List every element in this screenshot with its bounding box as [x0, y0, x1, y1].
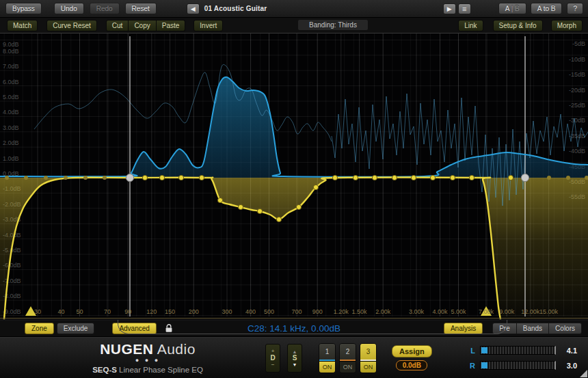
- arrow-down-icon: ▼: [293, 362, 297, 367]
- match-button[interactable]: Match: [7, 20, 38, 31]
- eq-control-point: [430, 175, 435, 180]
- spectrum-axis-label: -40dB: [569, 148, 585, 154]
- freq-axis-label: 1.20k: [334, 308, 349, 315]
- channel-2-button[interactable]: 2 ON: [339, 343, 356, 373]
- setup-info-button[interactable]: Setup & Info: [493, 20, 543, 31]
- eq-control-point: [142, 175, 147, 180]
- freq-axis-label: 150: [165, 308, 175, 315]
- ab-b-label: B: [515, 5, 520, 12]
- freq-axis-label: 9.00k: [499, 308, 515, 315]
- brand-dots: ● ● ●: [48, 357, 248, 364]
- freq-axis-label: 120: [146, 308, 157, 315]
- freq-axis-label: 30: [34, 308, 41, 315]
- reset-button[interactable]: Reset: [125, 3, 157, 14]
- eq-control-point: [217, 198, 222, 202]
- eq-graph[interactable]: 9.0dB8.0dB7.0dB6.0dB5.0dB4.0dB3.0dB2.0dB…: [0, 33, 588, 321]
- freq-axis-label: 3.00k: [409, 308, 425, 315]
- bottom-bar: Zone Exclude Advanced C28: 14.1 kHz, 0.0…: [0, 321, 588, 336]
- copy-button[interactable]: Copy: [129, 20, 156, 31]
- eq-control-point-inactive: [24, 176, 28, 180]
- freq-axis-label: 4.00k: [433, 308, 449, 315]
- eq-control-point: [450, 175, 455, 180]
- banding-selector[interactable]: Banding: Thirds: [298, 20, 368, 30]
- meter-right: R 3.0: [468, 361, 577, 370]
- lock-icon[interactable]: [165, 324, 173, 333]
- eq-control-point: [276, 217, 281, 221]
- freq-axis-label: 7.00k: [479, 308, 494, 315]
- curve-reset-button[interactable]: Curve Reset: [46, 20, 97, 31]
- freq-axis-label: 700: [291, 308, 302, 315]
- bands-button[interactable]: Bands: [517, 323, 549, 334]
- channel-2-number: 2: [340, 344, 356, 360]
- product-name: SEQ-S: [92, 366, 117, 374]
- eq-control-point: [257, 208, 262, 213]
- exclude-button[interactable]: Exclude: [57, 323, 95, 334]
- freq-axis-label: 15.00k: [539, 308, 559, 315]
- eq-control-point: [411, 175, 416, 180]
- channel-1-number: 1: [319, 344, 335, 360]
- ab-compare-button[interactable]: A | B: [498, 3, 526, 14]
- delta-gain-button[interactable]: + D −: [265, 344, 280, 373]
- db-axis-label: 8.0dB: [3, 48, 19, 55]
- eq-control-point: [392, 175, 397, 180]
- eq-control-point: [313, 185, 318, 189]
- zone-button[interactable]: Zone: [25, 323, 54, 334]
- eq-control-point: [199, 175, 204, 180]
- freq-axis-label: 70: [104, 308, 111, 315]
- eq-control-point-inactive: [547, 176, 551, 180]
- gain-readout[interactable]: 0.0dB: [396, 360, 427, 370]
- preset-name[interactable]: 01 Acoustic Guitar: [204, 5, 267, 12]
- channel-1-button[interactable]: 1 ON: [319, 343, 336, 373]
- eq-control-point: [159, 175, 164, 180]
- spectrum-axis-label: -10dB: [569, 56, 585, 63]
- meter-right-fill: [481, 362, 487, 368]
- preset-prev-icon[interactable]: ◀: [187, 3, 200, 14]
- advanced-button[interactable]: Advanced: [112, 323, 156, 334]
- channel-strip: 1 ON 2 ON 3 ON: [319, 343, 377, 373]
- morph-button[interactable]: Morph: [551, 20, 583, 31]
- preset-next-icon[interactable]: ▶: [443, 3, 456, 14]
- freq-axis-label: 400: [245, 308, 256, 315]
- resize-grip[interactable]: [580, 370, 587, 377]
- eq-control-point: [238, 204, 243, 209]
- bypass-button[interactable]: Bypass: [5, 3, 42, 14]
- help-button[interactable]: ?: [567, 3, 583, 14]
- invert-button[interactable]: Invert: [193, 20, 223, 31]
- brand-name-light: Audio: [153, 341, 195, 357]
- meter-right-label: R: [468, 362, 475, 370]
- paste-button[interactable]: Paste: [157, 20, 186, 31]
- channel-2-on-button[interactable]: ON: [340, 361, 356, 373]
- colors-button[interactable]: Colors: [549, 323, 582, 334]
- freq-axis-label: 2.00k: [375, 308, 391, 315]
- redo-button[interactable]: Redo: [90, 3, 120, 14]
- zone-handle: [126, 174, 133, 181]
- db-axis-label: 3.0dB: [3, 124, 19, 131]
- eq-control-point: [332, 175, 337, 180]
- preset-list-icon[interactable]: ≡: [458, 3, 471, 14]
- freq-axis-label: 200: [189, 308, 199, 315]
- undo-button[interactable]: Undo: [54, 3, 84, 14]
- link-button[interactable]: Link: [458, 20, 483, 31]
- channel-3-button[interactable]: 3 ON: [360, 343, 377, 373]
- a-to-b-button[interactable]: A to B: [531, 3, 563, 14]
- eq-control-point-inactive: [44, 176, 48, 180]
- eq-control-point: [353, 175, 358, 180]
- spectrum-axis-label: -30dB: [569, 117, 585, 124]
- pre-button[interactable]: Pre: [492, 323, 517, 334]
- brand-name: NUGEN: [100, 341, 153, 357]
- cut-button[interactable]: Cut: [106, 20, 129, 31]
- output-meters: L 4.1 R 3.0: [468, 346, 577, 370]
- solo-selector-button[interactable]: ▲ S ▼: [287, 344, 302, 373]
- analysis-button[interactable]: Analysis: [444, 323, 483, 334]
- plus-icon: +: [271, 349, 275, 354]
- spectrum-axis-label: -20dB: [569, 87, 585, 94]
- eq-gain-fill: [0, 178, 588, 319]
- channel-1-on-button[interactable]: ON: [319, 361, 335, 373]
- db-axis-label: 6.0dB: [3, 79, 19, 85]
- seq-s-plugin-window: Bypass Undo Redo Reset ◀ 01 Acoustic Gui…: [0, 0, 588, 378]
- spectrum-average-line: [34, 64, 332, 141]
- assign-button[interactable]: Assign: [392, 345, 432, 357]
- db-axis-label: 2.0dB: [3, 139, 19, 146]
- channel-3-on-button[interactable]: ON: [360, 361, 376, 373]
- meter-left-label: L: [468, 347, 475, 355]
